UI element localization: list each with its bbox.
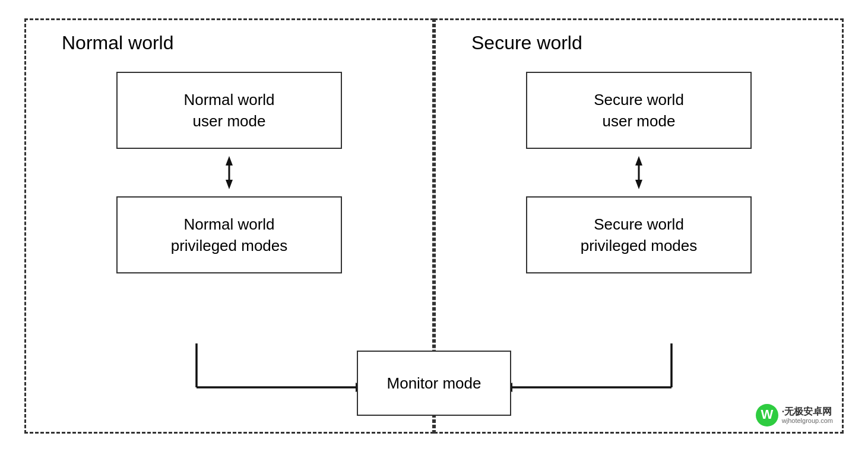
watermark: W ·无极安卓网 wjhotelgroup.com [756,404,833,426]
normal-user-mode-label: Normal worlduser mode [183,89,274,132]
secure-privileged-mode-box: Secure worldprivileged modes [526,196,752,273]
secure-world-title: Secure world [471,32,582,54]
normal-privileged-mode-box: Normal worldprivileged modes [116,196,342,273]
secure-user-mode-box: Secure worlduser mode [526,72,752,149]
diagram-container: Normal world Normal worlduser mode [24,18,844,434]
watermark-logo: W [756,404,778,426]
svg-marker-3 [635,156,642,165]
secure-privileged-mode-label: Secure worldprivileged modes [581,214,698,257]
normal-double-arrow-svg [217,155,241,190]
watermark-cn-text: ·无极安卓网 [782,406,833,417]
secure-double-arrow-svg [627,155,651,190]
monitor-mode-label: Monitor mode [387,374,481,393]
watermark-url-text: wjhotelgroup.com [782,417,833,425]
secure-vertical-arrow [627,155,651,190]
worlds-wrapper: Normal world Normal worlduser mode [24,18,844,434]
monitor-mode-box: Monitor mode [357,351,511,416]
svg-marker-2 [226,180,233,189]
secure-user-mode-label: Secure worlduser mode [594,89,684,132]
normal-world-title: Normal world [62,32,173,54]
watermark-text-container: ·无极安卓网 wjhotelgroup.com [782,406,833,425]
normal-user-mode-box: Normal worlduser mode [116,72,342,149]
svg-marker-0 [226,156,233,165]
svg-text:W: W [761,407,773,422]
svg-marker-5 [635,180,642,189]
normal-privileged-mode-label: Normal worldprivileged modes [171,214,288,257]
normal-vertical-arrow [217,155,241,190]
monitor-section: Monitor mode [357,351,511,416]
